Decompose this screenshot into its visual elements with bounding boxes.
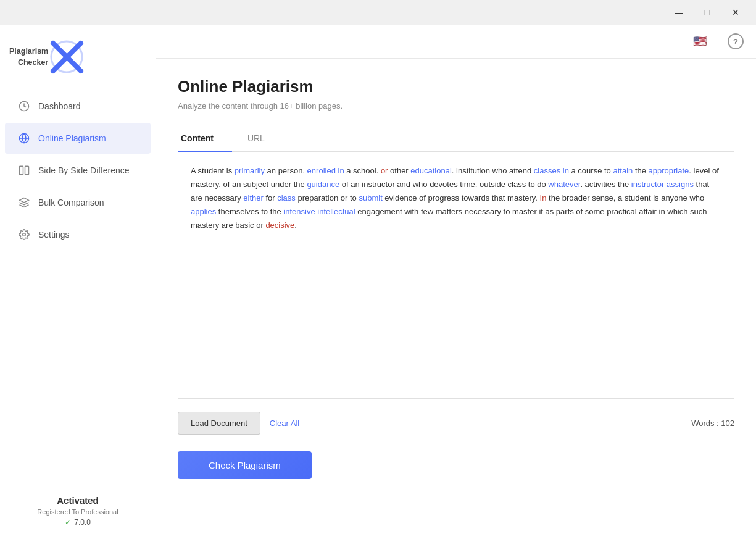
bottom-left: Load Document Clear All bbox=[178, 412, 299, 435]
version-number: 7.0.0 bbox=[74, 518, 91, 527]
minimize-button[interactable]: — bbox=[665, 2, 693, 22]
sidebar-item-settings-label: Settings bbox=[38, 230, 70, 240]
sidebar-nav: Dashboard Online Plagiarism bbox=[0, 90, 156, 251]
bottom-bar: Load Document Clear All Words : 102 bbox=[178, 404, 734, 442]
sidebar-item-bulk-comparison[interactable]: Bulk Comparison bbox=[5, 187, 151, 218]
layers-icon bbox=[17, 196, 31, 209]
check-icon: ✓ bbox=[65, 518, 71, 527]
registered-label: Registered To Professional bbox=[12, 508, 143, 516]
flag-icon[interactable]: 🇺🇸 bbox=[691, 35, 708, 48]
sidebar-item-side-by-side-label: Side By Side Difference bbox=[38, 165, 130, 175]
tab-content[interactable]: Content bbox=[178, 126, 232, 152]
help-button[interactable]: ? bbox=[728, 33, 744, 49]
page-subtitle: Analyze the content through 16+ billion … bbox=[178, 101, 734, 111]
logo-area: Plagiarism Checker bbox=[0, 31, 156, 90]
title-bar: — □ ✕ bbox=[0, 0, 756, 25]
word-count: Words : 102 bbox=[691, 419, 734, 428]
sidebar-item-online-plagiarism-label: Online Plagiarism bbox=[38, 133, 106, 143]
version-label: ✓ 7.0.0 bbox=[12, 518, 143, 527]
clear-all-button[interactable]: Clear All bbox=[270, 419, 299, 428]
main-content: 🇺🇸 ? Online Plagiarism Analyze the conte… bbox=[156, 25, 756, 539]
tab-url[interactable]: URL bbox=[244, 126, 283, 152]
globe-icon bbox=[17, 132, 31, 145]
sidebar-item-side-by-side[interactable]: Side By Side Difference bbox=[5, 155, 151, 186]
page-content: Online Plagiarism Analyze the content th… bbox=[156, 59, 756, 539]
maximize-button[interactable]: □ bbox=[693, 2, 721, 22]
sidebar-item-bulk-comparison-label: Bulk Comparison bbox=[38, 198, 104, 207]
page-title: Online Plagiarism bbox=[178, 77, 734, 96]
sidebar-item-settings[interactable]: Settings bbox=[5, 219, 151, 250]
close-button[interactable]: ✕ bbox=[721, 2, 750, 22]
logo-line2: Checker bbox=[9, 57, 48, 69]
svg-point-9 bbox=[23, 233, 26, 236]
svg-rect-6 bbox=[20, 166, 23, 175]
tabs-container: Content URL bbox=[178, 126, 734, 152]
sidebar: Plagiarism Checker bbox=[0, 25, 156, 539]
app-container: Plagiarism Checker bbox=[0, 25, 756, 539]
top-bar-icons: 🇺🇸 ? bbox=[691, 33, 744, 49]
top-bar: 🇺🇸 ? bbox=[156, 25, 756, 59]
svg-marker-8 bbox=[20, 198, 29, 203]
text-content: A student is primarily an person. enroll… bbox=[191, 164, 721, 232]
check-button-container: Check Plagiarism bbox=[178, 451, 734, 479]
text-area-container[interactable]: A student is primarily an person. enroll… bbox=[178, 152, 734, 399]
logo-line1: Plagiarism bbox=[9, 46, 48, 57]
sidebar-item-online-plagiarism[interactable]: Online Plagiarism bbox=[5, 123, 151, 154]
columns-icon bbox=[17, 164, 31, 177]
content-area: A student is primarily an person. enroll… bbox=[178, 152, 734, 520]
logo-x bbox=[50, 40, 84, 74]
dashboard-icon bbox=[17, 99, 31, 113]
activated-label: Activated bbox=[12, 495, 143, 506]
separator bbox=[718, 34, 718, 49]
sidebar-item-dashboard-label: Dashboard bbox=[38, 101, 81, 111]
svg-rect-7 bbox=[25, 166, 29, 175]
settings-icon bbox=[17, 228, 31, 241]
sidebar-footer: Activated Registered To Professional ✓ 7… bbox=[0, 483, 156, 539]
load-document-button[interactable]: Load Document bbox=[178, 412, 260, 435]
check-plagiarism-button[interactable]: Check Plagiarism bbox=[178, 451, 312, 479]
sidebar-item-dashboard[interactable]: Dashboard bbox=[5, 91, 151, 122]
